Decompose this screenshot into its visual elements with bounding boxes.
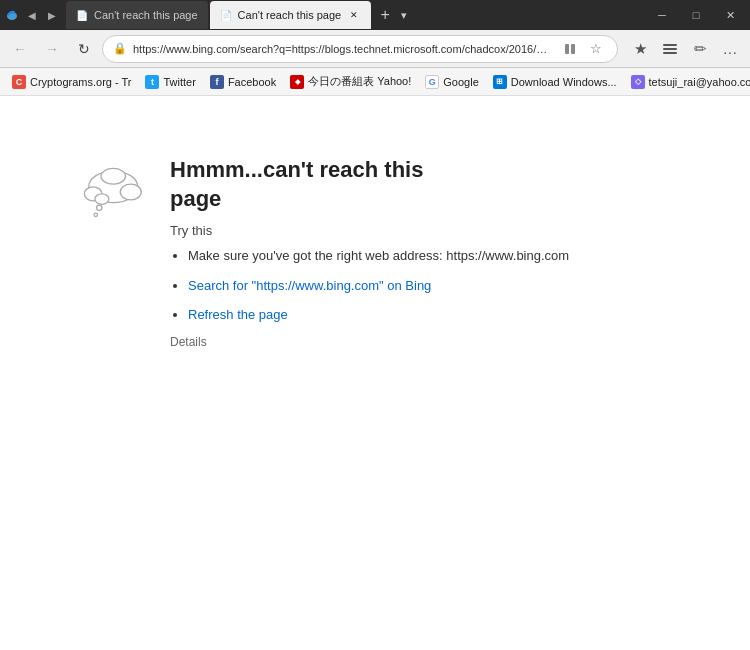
forward-button[interactable]: →	[38, 35, 66, 63]
bookmark-label: 今日の番組表 Yahoo!	[308, 74, 411, 89]
svg-rect-1	[565, 44, 569, 54]
error-heading-line2: page	[170, 186, 221, 211]
tab-label-inactive: Can't reach this page	[94, 9, 198, 21]
refresh-page-link[interactable]: Refresh the page	[188, 307, 288, 322]
details-link[interactable]: Details	[170, 335, 670, 349]
search-on-bing-link[interactable]: Search for "https://www.bing.com" on Bin…	[188, 278, 431, 293]
svg-point-8	[120, 184, 141, 200]
favorites-icon[interactable]: ★	[626, 35, 654, 63]
forward-tab-icon[interactable]: ▶	[44, 7, 60, 23]
tab-label-active: Can't reach this page	[238, 9, 342, 21]
svg-point-11	[97, 205, 102, 210]
suggestion-address-text: Make sure you've got the right web addre…	[188, 248, 569, 263]
address-input[interactable]: 🔒 https://www.bing.com/search?q=https://…	[102, 35, 618, 63]
new-tab-button[interactable]: +	[373, 3, 397, 27]
address-bar: ← → ↻ 🔒 https://www.bing.com/search?q=ht…	[0, 30, 750, 68]
minimize-button[interactable]: ─	[646, 1, 678, 29]
toolbar-icons: ★ ✏ …	[626, 35, 744, 63]
lock-icon: 🔒	[113, 42, 127, 55]
bookmark-label: Google	[443, 76, 478, 88]
bookmark-star-icon[interactable]: ☆	[585, 38, 607, 60]
window-controls-left: ◀ ▶	[4, 7, 60, 23]
svg-rect-3	[663, 44, 677, 46]
bookmarks-bar: C Cryptograms.org - Tr t Twitter f Faceb…	[0, 68, 750, 96]
suggestion-refresh: Refresh the page	[188, 305, 670, 325]
twitter-favicon: t	[145, 75, 159, 89]
suggestion-address: Make sure you've got the right web addre…	[188, 246, 670, 266]
svg-point-10	[95, 194, 109, 205]
refresh-button[interactable]: ↻	[70, 35, 98, 63]
svg-rect-5	[663, 52, 677, 54]
edge-icon	[4, 7, 20, 23]
facebook-favicon: f	[210, 75, 224, 89]
svg-point-9	[101, 168, 126, 184]
bookmark-tetsuji[interactable]: ◇ tetsuji_rai@yahoo.co...	[625, 73, 750, 91]
svg-point-12	[94, 213, 98, 217]
error-heading: Hmmm...can't reach this page	[170, 156, 670, 213]
try-this-label: Try this	[170, 223, 670, 238]
thought-cloud-icon	[80, 166, 150, 226]
bookmark-cryptograms[interactable]: C Cryptograms.org - Tr	[6, 73, 137, 91]
note-icon[interactable]: ✏	[686, 35, 714, 63]
tetsuji-favicon: ◇	[631, 75, 645, 89]
bookmark-label: Facebook	[228, 76, 276, 88]
hub-icon[interactable]	[656, 35, 684, 63]
bookmark-label: Download Windows...	[511, 76, 617, 88]
tab-active[interactable]: 📄 Can't reach this page ✕	[210, 1, 372, 29]
back-tab-icon[interactable]: ◀	[24, 7, 40, 23]
bookmark-twitter[interactable]: t Twitter	[139, 73, 201, 91]
error-suggestions-list: Make sure you've got the right web addre…	[170, 246, 670, 325]
page-content: Hmmm...can't reach this page Try this Ma…	[0, 96, 750, 650]
maximize-button[interactable]: □	[680, 1, 712, 29]
google-favicon: G	[425, 75, 439, 89]
yahoo-favicon: ◆	[290, 75, 304, 89]
close-button[interactable]: ✕	[714, 1, 746, 29]
suggestion-search: Search for "https://www.bing.com" on Bin…	[188, 276, 670, 296]
bookmark-windows[interactable]: ⊞ Download Windows...	[487, 73, 623, 91]
error-icon-area	[80, 166, 150, 230]
bookmark-google[interactable]: G Google	[419, 73, 484, 91]
svg-rect-2	[571, 44, 575, 54]
reader-icon[interactable]	[559, 38, 581, 60]
window-controls-right: ─ □ ✕	[646, 1, 746, 29]
bookmark-facebook[interactable]: f Facebook	[204, 73, 282, 91]
svg-rect-4	[663, 48, 677, 50]
suggestion-address-url: https://www.bing.com	[446, 248, 569, 263]
bookmark-label: Cryptograms.org - Tr	[30, 76, 131, 88]
more-icon[interactable]: …	[716, 35, 744, 63]
error-text-area: Hmmm...can't reach this page Try this Ma…	[170, 156, 670, 349]
tab-list-chevron[interactable]: ▾	[401, 9, 407, 22]
error-heading-line1: Hmmm...can't reach this	[170, 157, 423, 182]
tab-favicon-active: 📄	[220, 10, 232, 21]
cryptograms-favicon: C	[12, 75, 26, 89]
tab-inactive[interactable]: 📄 Can't reach this page	[66, 1, 208, 29]
bookmark-label: tetsuji_rai@yahoo.co...	[649, 76, 750, 88]
bookmark-yahoo-jp[interactable]: ◆ 今日の番組表 Yahoo!	[284, 72, 417, 91]
address-icon-group: ☆	[559, 38, 607, 60]
tab-close-button[interactable]: ✕	[347, 8, 361, 22]
title-bar: ◀ ▶ 📄 Can't reach this page 📄 Can't reac…	[0, 0, 750, 30]
back-button[interactable]: ←	[6, 35, 34, 63]
url-text: https://www.bing.com/search?q=https://bl…	[133, 43, 553, 55]
tab-favicon: 📄	[76, 10, 88, 21]
windows-favicon: ⊞	[493, 75, 507, 89]
bookmark-label: Twitter	[163, 76, 195, 88]
